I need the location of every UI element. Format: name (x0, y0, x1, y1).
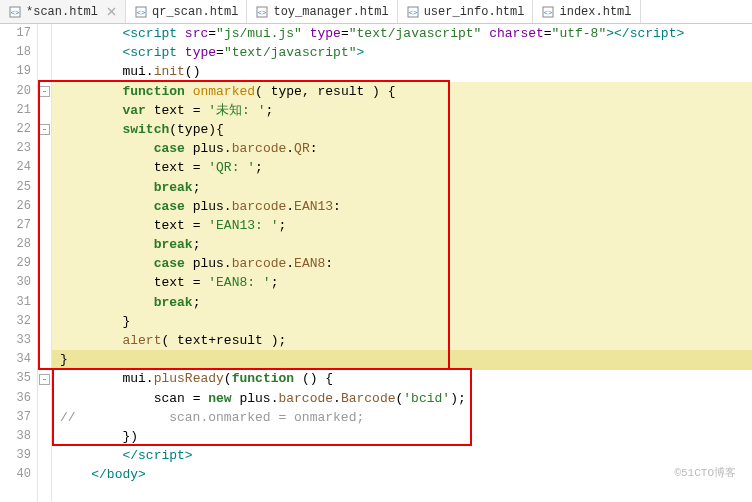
fold-toggle-icon[interactable]: - (39, 374, 50, 385)
line-number: 20 (0, 82, 31, 101)
line-number: 33 (0, 331, 31, 350)
line-number: 28 (0, 235, 31, 254)
line-number: 23 (0, 139, 31, 158)
line-number: 39 (0, 446, 31, 465)
line-number: 34 (0, 350, 31, 369)
code-line[interactable]: }) (60, 427, 752, 446)
tab-4[interactable]: <>index.html (533, 0, 640, 23)
tab-label: qr_scan.html (152, 5, 238, 19)
code-line[interactable]: case plus.barcode.EAN8: (60, 254, 752, 273)
tab-label: index.html (559, 5, 631, 19)
svg-text:<>: <> (544, 9, 552, 17)
tab-label: toy_manager.html (273, 5, 388, 19)
line-number: 24 (0, 158, 31, 177)
code-line[interactable]: mui.plusReady(function () { (60, 369, 752, 388)
close-icon[interactable] (106, 6, 117, 17)
code-line[interactable]: function onmarked( type, result ) { (60, 82, 752, 101)
line-number: 29 (0, 254, 31, 273)
tab-3[interactable]: <>user_info.html (398, 0, 534, 23)
svg-text:<>: <> (11, 9, 19, 17)
line-number-gutter: 1718192021222324252627282930313233343536… (0, 24, 38, 502)
code-area[interactable]: <script src="js/mui.js" type="text/javas… (52, 24, 752, 502)
code-line[interactable]: <script type="text/javascript"> (60, 43, 752, 62)
line-number: 26 (0, 197, 31, 216)
line-number: 18 (0, 43, 31, 62)
line-number: 32 (0, 312, 31, 331)
code-line[interactable]: alert( text+result ); (60, 331, 752, 350)
tab-label: *scan.html (26, 5, 98, 19)
html-file-icon: <> (134, 5, 148, 19)
line-number: 38 (0, 427, 31, 446)
line-number: 25 (0, 178, 31, 197)
fold-toggle-icon[interactable]: - (39, 86, 50, 97)
fold-toggle-icon[interactable]: - (39, 124, 50, 135)
html-file-icon: <> (255, 5, 269, 19)
code-line[interactable]: scan = new plus.barcode.Barcode('bcid'); (60, 389, 752, 408)
tab-label: user_info.html (424, 5, 525, 19)
code-line[interactable]: } (60, 312, 752, 331)
line-number: 30 (0, 273, 31, 292)
code-editor[interactable]: 1718192021222324252627282930313233343536… (0, 24, 752, 502)
svg-text:<>: <> (137, 9, 145, 17)
code-line[interactable]: mui.init() (60, 62, 752, 81)
code-line[interactable]: break; (60, 235, 752, 254)
line-number: 19 (0, 62, 31, 81)
html-file-icon: <> (406, 5, 420, 19)
fold-gutter: --- (38, 24, 52, 502)
code-line[interactable]: </body> (60, 465, 752, 484)
html-file-icon: <> (541, 5, 555, 19)
line-number: 35 (0, 369, 31, 388)
line-number: 17 (0, 24, 31, 43)
line-number: 21 (0, 101, 31, 120)
code-line[interactable]: <script src="js/mui.js" type="text/javas… (60, 24, 752, 43)
code-line[interactable]: break; (60, 293, 752, 312)
code-line[interactable]: </script> (60, 446, 752, 465)
line-number: 37 (0, 408, 31, 427)
line-number: 31 (0, 293, 31, 312)
code-line[interactable]: } (60, 350, 752, 369)
tab-1[interactable]: <>qr_scan.html (126, 0, 247, 23)
code-line[interactable]: // scan.onmarked = onmarked; (60, 408, 752, 427)
code-line[interactable]: break; (60, 178, 752, 197)
code-line[interactable]: text = 'EAN8: '; (60, 273, 752, 292)
line-number: 27 (0, 216, 31, 235)
line-number: 22 (0, 120, 31, 139)
code-line[interactable]: text = 'EAN13: '; (60, 216, 752, 235)
code-line[interactable]: case plus.barcode.QR: (60, 139, 752, 158)
line-number: 36 (0, 389, 31, 408)
code-line[interactable]: case plus.barcode.EAN13: (60, 197, 752, 216)
code-line[interactable]: text = 'QR: '; (60, 158, 752, 177)
tab-2[interactable]: <>toy_manager.html (247, 0, 397, 23)
tab-0[interactable]: <>*scan.html (0, 0, 126, 23)
html-file-icon: <> (8, 5, 22, 19)
tab-bar: <>*scan.html<>qr_scan.html<>toy_manager.… (0, 0, 752, 24)
line-number: 40 (0, 465, 31, 484)
svg-text:<>: <> (258, 9, 266, 17)
code-line[interactable]: switch(type){ (60, 120, 752, 139)
code-line[interactable]: var text = '未知: '; (60, 101, 752, 120)
svg-text:<>: <> (408, 9, 416, 17)
